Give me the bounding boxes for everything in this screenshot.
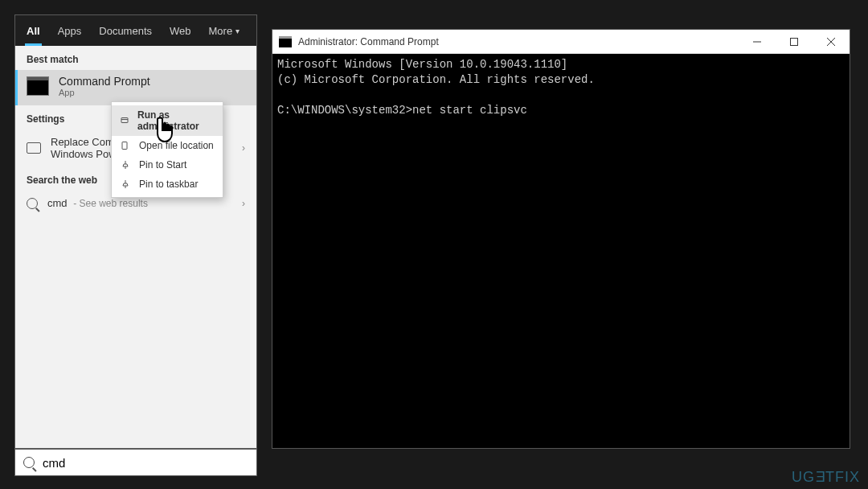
best-match-header: Best match xyxy=(15,46,256,70)
command-prompt-icon xyxy=(27,76,49,96)
tab-all[interactable]: All xyxy=(18,15,48,46)
ctx-run-as-admin-label: Run as administrator xyxy=(137,109,215,132)
ctx-run-as-admin[interactable]: Run as administrator xyxy=(112,105,223,136)
watermark: UGETFIX xyxy=(792,469,860,486)
maximize-icon xyxy=(790,38,798,46)
best-match-subtitle: App xyxy=(59,88,150,97)
terminal-line1: Microsoft Windows [Version 10.0.19043.11… xyxy=(277,58,567,71)
tab-documents[interactable]: Documents xyxy=(91,15,160,46)
ctx-pin-taskbar-label: Pin to taskbar xyxy=(139,179,198,190)
ctx-open-location-label: Open file location xyxy=(139,140,214,151)
web-query: cmd xyxy=(47,197,68,209)
ctx-open-location[interactable]: Open file location xyxy=(112,136,223,155)
close-icon xyxy=(827,38,835,46)
web-result-text: cmd - See web results xyxy=(47,197,148,209)
window-controls xyxy=(739,30,850,53)
maximize-button[interactable] xyxy=(776,30,813,53)
terminal-prompt: C:\WINDOWS\system32> xyxy=(277,104,412,117)
shield-icon xyxy=(120,115,129,126)
command-prompt-icon xyxy=(279,36,292,47)
ctx-pin-start[interactable]: Pin to Start xyxy=(112,155,223,175)
tab-more[interactable]: More ▾ xyxy=(201,15,248,46)
command-prompt-window: Administrator: Command Prompt Microsoft … xyxy=(272,29,850,449)
ctx-pin-start-label: Pin to Start xyxy=(139,159,186,171)
folder-icon xyxy=(120,140,131,151)
title-bar[interactable]: Administrator: Command Prompt xyxy=(272,30,850,54)
search-input[interactable] xyxy=(43,456,248,470)
svg-rect-0 xyxy=(121,118,128,123)
terminal-line2: (c) Microsoft Corporation. All rights re… xyxy=(277,73,595,86)
search-input-container[interactable] xyxy=(14,449,257,476)
pin-icon xyxy=(120,179,131,190)
tab-apps[interactable]: Apps xyxy=(50,15,90,46)
tab-more-label: More xyxy=(209,25,233,37)
window-title: Administrator: Command Prompt xyxy=(298,36,439,47)
close-button[interactable] xyxy=(813,30,850,53)
chevron-down-icon: ▾ xyxy=(235,27,240,35)
terminal-body[interactable]: Microsoft Windows [Version 10.0.19043.11… xyxy=(272,54,850,448)
best-match-title: Command Prompt xyxy=(59,75,150,88)
ctx-pin-taskbar[interactable]: Pin to taskbar xyxy=(112,175,223,194)
monitor-icon xyxy=(27,142,41,154)
svg-rect-1 xyxy=(122,142,127,150)
svg-rect-3 xyxy=(791,38,798,45)
chevron-right-icon: › xyxy=(242,142,245,154)
minimize-icon xyxy=(753,38,761,46)
search-icon xyxy=(27,198,38,209)
search-tabs: All Apps Documents Web More ▾ xyxy=(15,15,256,46)
pin-icon xyxy=(120,159,131,171)
start-search-panel: All Apps Documents Web More ▾ Best match… xyxy=(14,14,257,449)
minimize-button[interactable] xyxy=(739,30,776,53)
search-icon xyxy=(23,457,35,468)
tab-web[interactable]: Web xyxy=(162,15,199,46)
chevron-right-icon: › xyxy=(242,198,245,209)
context-menu: Run as administrator Open file location … xyxy=(111,101,223,198)
web-suffix: - See web results xyxy=(73,198,148,209)
best-match-item[interactable]: Command Prompt App xyxy=(15,70,256,105)
terminal-command: net start clipsvc xyxy=(412,104,527,117)
best-match-text: Command Prompt App xyxy=(59,75,150,97)
